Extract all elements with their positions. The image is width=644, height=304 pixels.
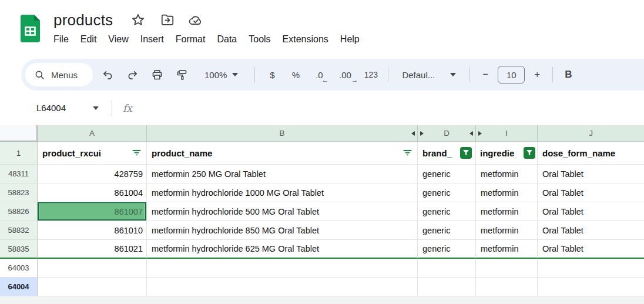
- print-icon[interactable]: [145, 63, 169, 86]
- cell-a1-product-rxcui[interactable]: product_rxcui: [38, 142, 147, 165]
- cell-empty[interactable]: [147, 259, 418, 278]
- cell-i1-ingredient[interactable]: ingredie: [476, 142, 538, 165]
- row-header-64003[interactable]: 64003: [0, 259, 38, 278]
- active-filter-funnel-icon[interactable]: [460, 147, 472, 159]
- select-all-corner[interactable]: [0, 125, 38, 142]
- hidden-columns-expand-icon[interactable]: [469, 131, 473, 136]
- cell-empty[interactable]: [476, 278, 538, 296]
- cell-brand[interactable]: generic: [418, 183, 476, 202]
- cell-j1-dose-form[interactable]: dose_form_name: [538, 142, 644, 165]
- row-header-48311[interactable]: 48311: [0, 165, 38, 183]
- row-header-58832[interactable]: 58832: [0, 221, 38, 240]
- active-filter-funnel-icon[interactable]: [524, 147, 535, 159]
- column-letter: D: [444, 129, 450, 138]
- cloud-saved-icon[interactable]: [188, 12, 203, 28]
- bold-button[interactable]: B: [558, 63, 578, 86]
- undo-button[interactable]: [95, 63, 120, 86]
- cell-rxcui[interactable]: 428759: [38, 165, 147, 183]
- column-header-a[interactable]: A: [38, 125, 147, 142]
- column-letter: B: [279, 129, 284, 138]
- star-icon[interactable]: [130, 12, 146, 28]
- cell-empty[interactable]: [538, 259, 644, 278]
- cell-dose-form[interactable]: Oral Tablet: [538, 202, 644, 221]
- menu-insert[interactable]: Insert: [135, 32, 170, 46]
- fx-icon: fx: [123, 102, 132, 114]
- cell-empty[interactable]: [476, 259, 538, 278]
- move-to-folder-icon[interactable]: [160, 12, 175, 28]
- filter-button-icon[interactable]: [402, 148, 412, 158]
- cell-product-name[interactable]: metformin hydrochloride 1000 MG Oral Tab…: [147, 183, 418, 202]
- hidden-columns-expand-icon[interactable]: [411, 131, 415, 136]
- column-header-i[interactable]: I: [476, 125, 538, 142]
- row-header-1[interactable]: 1: [0, 142, 38, 165]
- row-header-58835[interactable]: 58835: [0, 240, 38, 259]
- document-title[interactable]: products: [53, 11, 113, 29]
- menu-format[interactable]: Format: [170, 32, 212, 46]
- filter-button-icon[interactable]: [132, 148, 142, 158]
- cell-dose-form[interactable]: Oral Tablet: [538, 221, 644, 240]
- column-header-d[interactable]: D: [418, 125, 476, 142]
- increase-font-size-button[interactable]: +: [527, 63, 547, 86]
- column-header-b[interactable]: B: [147, 125, 418, 142]
- zoom-control[interactable]: 100%: [197, 70, 245, 80]
- cell-empty[interactable]: [418, 278, 476, 296]
- menu-edit[interactable]: Edit: [75, 32, 103, 46]
- cell-brand[interactable]: generic: [418, 202, 476, 221]
- cell-dose-form[interactable]: Oral Tablet: [538, 183, 644, 202]
- cell-empty[interactable]: [418, 259, 476, 278]
- arrow-right-icon: →: [351, 76, 358, 83]
- decrease-font-size-button[interactable]: −: [475, 63, 495, 86]
- cell-product-name[interactable]: metformin hydrochloride 500 MG Oral Tabl…: [147, 202, 418, 221]
- sheets-logo-icon[interactable]: [21, 15, 40, 42]
- paint-format-icon[interactable]: [169, 63, 194, 86]
- redo-button[interactable]: [120, 63, 145, 86]
- row-header-64004[interactable]: 64004: [0, 278, 38, 296]
- cell-product-name[interactable]: metformin hydrochloride 625 MG Oral Tabl…: [147, 240, 418, 259]
- cell-rxcui-highlighted[interactable]: 861007: [38, 202, 147, 221]
- cell-product-name[interactable]: metformin hydrochloride 850 MG Oral Tabl…: [147, 221, 418, 240]
- cell-ingredient[interactable]: metformin: [476, 183, 538, 202]
- decrease-decimal-button[interactable]: .0 ←: [307, 63, 331, 86]
- cell-rxcui[interactable]: 861010: [38, 221, 147, 240]
- cell-b1-product-name[interactable]: product_name: [147, 142, 418, 165]
- cell-rxcui[interactable]: 861004: [38, 183, 147, 202]
- row-header-58826[interactable]: 58826: [0, 202, 38, 221]
- cell-d1-brand[interactable]: brand_: [418, 142, 476, 165]
- menu-file[interactable]: File: [48, 32, 75, 46]
- cell-brand[interactable]: generic: [418, 165, 476, 183]
- hidden-columns-expand-icon[interactable]: [420, 131, 424, 136]
- menu-view[interactable]: View: [102, 32, 134, 46]
- cell-empty[interactable]: [38, 259, 147, 278]
- font-size-input[interactable]: 10: [498, 66, 525, 83]
- row-header-58823[interactable]: 58823: [0, 183, 38, 202]
- increase-decimal-button[interactable]: .00 →: [331, 63, 359, 86]
- formula-input[interactable]: [132, 91, 644, 125]
- name-box[interactable]: L64004: [36, 103, 99, 113]
- name-box-value: L64004: [36, 103, 66, 113]
- cell-ingredient[interactable]: metformin: [476, 240, 538, 259]
- cell-ingredient[interactable]: metformin: [476, 221, 538, 240]
- cell-brand[interactable]: generic: [418, 240, 476, 259]
- cell-ingredient[interactable]: metformin: [476, 202, 538, 221]
- cell-empty[interactable]: [538, 278, 644, 296]
- hidden-columns-expand-icon[interactable]: [478, 131, 482, 136]
- menu-tools[interactable]: Tools: [243, 32, 276, 46]
- menu-help[interactable]: Help: [334, 32, 365, 46]
- menu-data[interactable]: Data: [211, 32, 243, 46]
- toolbar: Menus 100% $ % .0 ← .00 →: [21, 59, 644, 91]
- cell-dose-form[interactable]: Oral Tablet: [538, 240, 644, 259]
- column-header-j[interactable]: J: [538, 125, 644, 142]
- cell-brand[interactable]: generic: [418, 221, 476, 240]
- menu-extensions[interactable]: Extensions: [277, 32, 334, 46]
- cell-ingredient[interactable]: metformin: [476, 165, 538, 183]
- cell-product-name[interactable]: metformin 250 MG Oral Tablet: [147, 165, 418, 183]
- number-format-button[interactable]: 123: [359, 63, 383, 86]
- style-dropdown[interactable]: Defaul...: [394, 70, 464, 80]
- cell-dose-form[interactable]: Oral Tablet: [538, 165, 644, 183]
- menus-search-button[interactable]: Menus: [25, 63, 93, 86]
- cell-empty[interactable]: [147, 278, 418, 296]
- cell-rxcui[interactable]: 861021: [38, 240, 147, 259]
- cell-empty[interactable]: [38, 278, 147, 296]
- format-percent-button[interactable]: %: [284, 63, 307, 86]
- format-currency-button[interactable]: $: [260, 63, 284, 86]
